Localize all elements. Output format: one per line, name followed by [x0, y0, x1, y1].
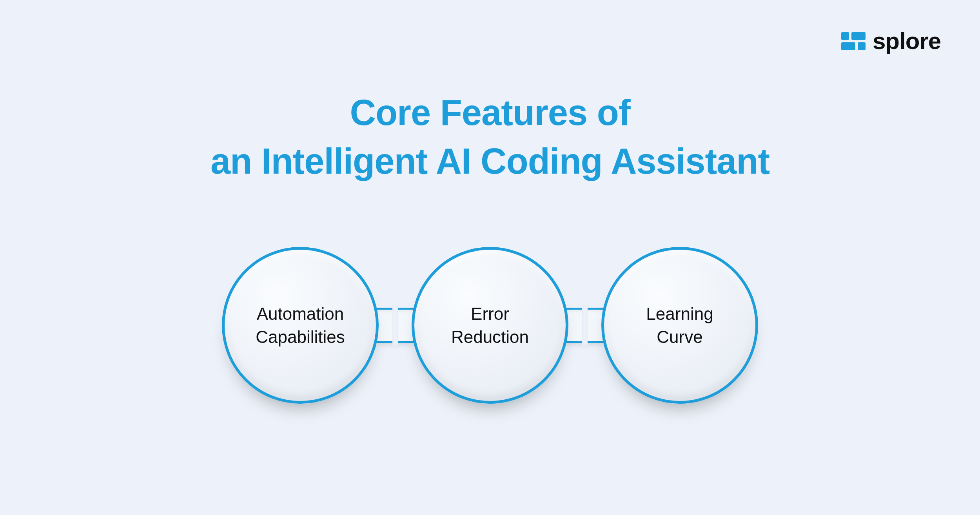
- feature-node: ErrorReduction: [412, 247, 568, 404]
- brand-logo-icon: [841, 32, 866, 50]
- feature-label: LearningCurve: [646, 302, 713, 349]
- feature-label: ErrorReduction: [451, 302, 529, 349]
- title-line-2: an Intelligent AI Coding Assistant: [0, 137, 980, 185]
- brand-logo: splore: [841, 27, 941, 54]
- brand-name: splore: [873, 27, 941, 54]
- feature-diagram: AutomationCapabilities ErrorReduction Le…: [222, 247, 758, 404]
- feature-node: LearningCurve: [601, 247, 758, 404]
- feature-label: AutomationCapabilities: [256, 302, 345, 349]
- feature-node: AutomationCapabilities: [222, 247, 379, 404]
- page-title: Core Features of an Intelligent AI Codin…: [0, 88, 980, 185]
- title-line-1: Core Features of: [0, 88, 980, 137]
